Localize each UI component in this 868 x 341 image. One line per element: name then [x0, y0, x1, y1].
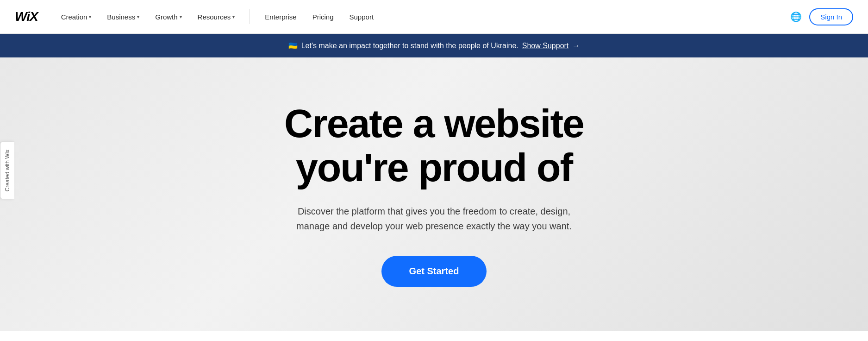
sign-in-button[interactable]: Sign In [809, 8, 853, 25]
chevron-down-icon: ▾ [232, 14, 235, 19]
arrow-icon: → [572, 42, 580, 50]
show-support-link[interactable]: Show Support [522, 42, 569, 50]
nav-item-support[interactable]: Support [343, 9, 381, 25]
hero-section: Create a website you're proud of Discove… [0, 57, 868, 331]
nav-item-growth[interactable]: Growth ▾ [149, 9, 188, 25]
side-tab-wrapper[interactable]: Created with Wix [0, 142, 14, 200]
wix-logo[interactable]: WiX [15, 9, 38, 24]
navbar: WiX Creation ▾ Business ▾ Growth ▾ Resou… [0, 0, 868, 34]
hero-content: Create a website you're proud of Discove… [284, 101, 584, 287]
nav-item-creation[interactable]: Creation ▾ [55, 9, 98, 25]
ukraine-banner: 🇺🇦 Let's make an impact together to stan… [0, 34, 868, 57]
nav-item-business[interactable]: Business ▾ [100, 9, 146, 25]
ukraine-flag: 🇺🇦 [288, 41, 298, 50]
hero-title: Create a website you're proud of [284, 101, 584, 189]
chevron-down-icon: ▾ [180, 14, 182, 19]
get-started-button[interactable]: Get Started [381, 256, 487, 287]
created-with-wix-tab[interactable]: Created with Wix [0, 142, 14, 200]
wix-logo-container[interactable]: WiX [15, 9, 38, 24]
banner-text: Let's make an impact together to stand w… [301, 42, 518, 50]
nav-primary-links: Creation ▾ Business ▾ Growth ▾ Resources… [55, 9, 791, 25]
nav-item-resources[interactable]: Resources ▾ [191, 9, 242, 25]
nav-right-actions: 🌐 Sign In [790, 8, 853, 25]
nav-item-enterprise[interactable]: Enterprise [258, 9, 303, 25]
nav-item-pricing[interactable]: Pricing [306, 9, 340, 25]
nav-divider [250, 9, 250, 24]
globe-icon[interactable]: 🌐 [790, 11, 802, 22]
chevron-down-icon: ▾ [89, 14, 91, 19]
chevron-down-icon: ▾ [137, 14, 139, 19]
hero-subtitle: Discover the platform that gives you the… [295, 204, 573, 234]
